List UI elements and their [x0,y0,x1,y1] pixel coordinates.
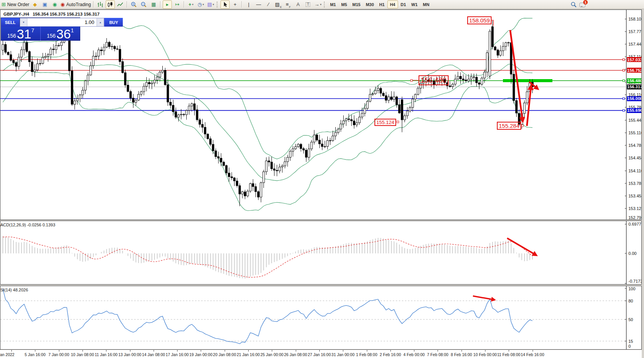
price-annotation[interactable]: 155.124 [374,119,396,126]
time-tick: 14 Feb 16:00 [521,352,544,357]
text-label-button[interactable]: T [303,0,312,9]
crosshair-button[interactable]: + [230,0,240,9]
auto-scroll-button[interactable]: ▸ [163,0,172,9]
time-axis[interactable]: an 20225 Jan 16:007 Jan 00:0010 Jan 08:0… [0,350,642,358]
notifications-button[interactable]: 1 [579,1,587,8]
one-click-trading-panel: SELL ▼ ▲ BUY 156317 156361 [1,18,80,41]
price-badge-156.008: 156.008 [627,96,642,101]
chevron-down-icon: ▾ [320,3,322,6]
hline-handle[interactable] [623,69,625,71]
templates-button[interactable]: ▤▾ [206,0,215,9]
macd-canvas[interactable] [0,221,641,284]
price-chart-panel[interactable]: GBPJPY-,H4 156.354 156.375 156.213 156.3… [0,10,642,220]
trend-arrow[interactable] [473,296,495,300]
time-tick-mark [438,350,438,352]
timeframe-button-d1[interactable]: D1 [398,0,409,8]
timeframe-button-h1[interactable]: H1 [377,0,387,8]
new-order-button[interactable]: ⊞New Order [1,0,30,9]
bar-chart-icon [97,2,103,8]
rsi-tick: 0 [628,344,631,348]
hline-handle[interactable] [623,98,625,100]
tile-windows-button[interactable]: ▦ [149,0,158,9]
price-annotation[interactable]: 158.059 [467,16,492,24]
rsi-panel[interactable]: SI(14) 48.2026 1008050150 [0,286,642,350]
price-tick: 153.780 [628,181,642,186]
line-chart-button[interactable] [116,0,125,9]
volume-control: ▼ ▲ [20,18,104,27]
hline-handle[interactable] [623,110,625,111]
macd-signal-line [3,237,533,277]
price-tick: 152.790 [628,215,642,220]
signals-button[interactable]: ◉ [50,0,59,9]
candlestick-chart-button[interactable] [106,0,115,9]
buy-price-base: 156 [47,33,56,40]
data-window-button[interactable]: ▣ [40,0,49,9]
zoom-in-button[interactable] [129,0,138,9]
arrows-button[interactable]: →▾ [313,0,322,9]
timeframe-button-w1[interactable]: W1 [409,0,420,8]
price-badge-156.752: 156.752 [627,68,642,73]
indicators-button[interactable]: +▾ [186,0,195,9]
time-tick: 8 Feb 16:00 [451,352,472,357]
channel-button[interactable]: ▨E [274,0,283,9]
price-chart-canvas[interactable] [0,10,641,220]
horizontal-line-button[interactable]: — [254,0,263,9]
zoom-out-button[interactable] [139,0,148,9]
price-annotation[interactable]: 155.284 [497,122,521,130]
vertical-line-button[interactable]: | [244,0,253,9]
text-button[interactable]: A [293,0,303,9]
cursor-button[interactable] [220,0,230,9]
price-tick: 157.770 [628,29,642,34]
window-icon: ▣ [43,2,47,7]
time-tick-mark [343,350,343,352]
price-tick: 154.780 [628,143,642,148]
buy-price[interactable]: 156361 [41,27,80,41]
toolbar-separator [93,1,94,8]
trend-arrow[interactable] [507,238,536,255]
support-zone-rect[interactable] [503,79,552,82]
time-tick-mark [11,350,12,352]
timeframe-button-m30[interactable]: M30 [363,0,376,8]
volume-decrease-button[interactable]: ▼ [20,18,27,26]
bar-chart-button[interactable] [96,0,105,9]
rsi-canvas[interactable] [0,286,641,349]
cursor-icon [222,2,228,8]
autotrading-button[interactable]: ◉AutoTrading [60,0,91,9]
volume-input[interactable] [27,18,97,26]
trendline-button[interactable]: ∕ [264,0,273,9]
sell-price[interactable]: 156317 [1,27,40,41]
sell-button[interactable]: SELL [1,18,20,27]
autotrading-button-label: AutoTrading [66,2,91,7]
timeframe-button-mn[interactable]: MN [420,0,432,8]
rsi-line [3,289,533,344]
market-watch-button[interactable]: ◆ [30,0,40,9]
timeframe-button-m1[interactable]: M1 [327,0,338,8]
timeframe-button-m15[interactable]: M15 [350,0,363,8]
hline-handle[interactable] [623,80,625,82]
toolbar-separator [160,1,161,8]
rsi-tick: 80 [628,299,633,303]
time-tick: 5 Jan 16:00 [25,352,46,357]
buy-button[interactable]: BUY [104,18,123,27]
time-tick-mark [462,350,462,352]
notification-badge: 1 [583,0,588,5]
timeframe-button-m5[interactable]: M5 [338,0,349,8]
main-toolbar: ⊞New Order◆▣◉◉AutoTrading▦▸↦+▾◷▾▤▾+|—∕▨E… [0,0,644,9]
rsi-tick: 50 [628,317,633,322]
equidistant-channel-icon: ▨ [275,2,279,7]
fibonacci-button[interactable]: ≡F [284,0,293,9]
price-annotation[interactable]: 156.480 [419,75,449,85]
sell-price-main: 31 [17,28,31,40]
macd-panel[interactable]: ACD(12,26,9) -0.0256 0.1393 0.69770.00-0… [0,221,642,285]
time-tick: 2 Feb 16:00 [380,352,401,357]
time-tick: 21 Jan 16:00 [237,352,260,357]
search-button[interactable] [569,0,578,9]
timeframe-button-h4[interactable]: H4 [387,0,398,8]
volume-increase-button[interactable]: ▲ [97,18,104,26]
hline-handle[interactable] [623,59,625,60]
periods-button[interactable]: ◷▾ [196,0,205,9]
chart-shift-button[interactable]: ↦ [173,0,182,9]
time-tick: 4 Feb 00:00 [403,352,425,357]
time-tick-mark [177,350,178,352]
toolbar-separator [127,1,127,8]
